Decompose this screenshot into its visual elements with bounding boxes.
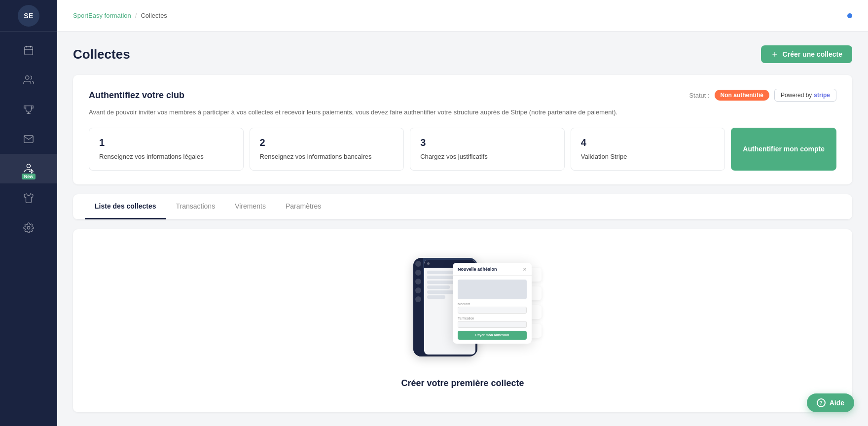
- tab-transactions[interactable]: Transactions: [166, 194, 225, 219]
- tabs-row: Liste des collectes Transactions Viremen…: [73, 194, 852, 219]
- stripe-text: stripe: [814, 92, 830, 99]
- step-2: 2 Renseignez vos informations bancaires: [250, 128, 404, 171]
- settings-icon: [23, 222, 34, 233]
- modal-header: Nouvelle adhésion ✕: [453, 263, 532, 276]
- modal-body: Montant Tarification Payer mon adhésion: [453, 276, 532, 344]
- empty-state-title: Créer votre première collecte: [401, 378, 524, 389]
- sidebar-dot-1: [415, 261, 421, 267]
- plus-icon: [771, 50, 779, 58]
- auth-card-title: Authentifiez votre club: [89, 90, 184, 101]
- help-button[interactable]: ? Aide: [807, 393, 854, 412]
- modal-pay-button: Payer mon adhésion: [458, 331, 527, 340]
- phone-header-dot: [427, 262, 430, 265]
- page-title: Collectes: [73, 47, 130, 62]
- phone-sidebar: [413, 258, 423, 356]
- step-4-label: Validation Stripe: [581, 152, 715, 161]
- auth-card-header: Authentifiez votre club Statut : Non aut…: [89, 89, 836, 102]
- sidebar-item-messages[interactable]: [0, 124, 57, 154]
- help-icon: ?: [817, 398, 826, 407]
- create-collecte-button[interactable]: Créer une collecte: [761, 45, 852, 63]
- breadcrumb-parent[interactable]: SportEasy formation: [73, 12, 131, 19]
- step-1: 1 Renseignez vos informations légales: [89, 128, 244, 171]
- sidebar-dot-2: [415, 270, 421, 276]
- svg-point-5: [27, 226, 30, 229]
- mail-icon: [23, 134, 34, 144]
- phone-line-4: [427, 285, 450, 289]
- phone-line-6: [427, 295, 445, 299]
- empty-state-section: Nouvelle adhésion ✕ Montant Tarification: [73, 229, 852, 412]
- auth-status-row: Statut : Non authentifié Powered by stri…: [689, 89, 836, 102]
- notification-dot: [847, 13, 852, 18]
- step-1-label: Renseignez vos informations légales: [99, 152, 233, 161]
- sidebar-item-calendar[interactable]: [0, 36, 57, 65]
- tab-liste-collectes[interactable]: Liste des collectes: [85, 194, 166, 219]
- header-right: [847, 13, 852, 18]
- modal-field-montant-label: Montant: [458, 302, 527, 306]
- main-content: SportEasy formation / Collectes Collecte…: [57, 0, 868, 426]
- powered-by-text: Powered by: [781, 92, 812, 99]
- phone-line-2: [427, 276, 454, 279]
- help-label: Aide: [830, 399, 844, 407]
- calendar-icon: [23, 45, 34, 56]
- sidebar-item-competitions[interactable]: [0, 95, 57, 124]
- auth-status-badge: Non authentifié: [715, 90, 769, 101]
- shirt-icon: [23, 193, 34, 204]
- modal-field-tarification-label: Tarification: [458, 317, 527, 320]
- stripe-badge: Powered by stripe: [774, 89, 836, 102]
- svg-point-4: [26, 76, 29, 79]
- breadcrumb: SportEasy formation / Collectes: [73, 12, 167, 19]
- sidebar-item-settings[interactable]: [0, 213, 57, 243]
- step-2-label: Renseignez vos informations bancaires: [260, 152, 394, 161]
- auth-description: Avant de pouvoir inviter vos membres à p…: [89, 107, 836, 118]
- auth-card: Authentifiez votre club Statut : Non aut…: [73, 75, 852, 184]
- breadcrumb-current: Collectes: [141, 12, 167, 19]
- step-1-number: 1: [99, 137, 233, 148]
- sidebar-item-collectes[interactable]: New: [0, 154, 57, 183]
- modal-field-montant-input: [458, 307, 527, 314]
- step-4: 4 Validation Stripe: [571, 128, 725, 171]
- modal-image-placeholder: [458, 280, 527, 299]
- modal-field-tarification-input: [458, 321, 527, 328]
- tab-parametres[interactable]: Paramètres: [276, 194, 331, 219]
- step-4-number: 4: [581, 137, 715, 148]
- sidebar-item-members[interactable]: [0, 65, 57, 95]
- new-badge: New: [22, 174, 36, 179]
- step-3-label: Chargez vos justificatifs: [420, 152, 554, 161]
- steps-row: 1 Renseignez vos informations légales 2 …: [89, 128, 836, 171]
- sidebar-item-shop[interactable]: [0, 183, 57, 213]
- step-2-number: 2: [260, 137, 394, 148]
- modal-title: Nouvelle adhésion: [458, 267, 497, 272]
- page-title-row: Collectes Créer une collecte: [73, 45, 852, 63]
- header: SportEasy formation / Collectes: [57, 0, 868, 32]
- auth-button[interactable]: Authentifier mon compte: [731, 128, 836, 171]
- tabs-card: Liste des collectes Transactions Viremen…: [73, 194, 852, 219]
- sidebar-dot-3: [415, 279, 421, 284]
- modal-field-montant: Montant: [458, 302, 527, 314]
- modal-close-icon: ✕: [523, 267, 527, 272]
- tab-virements[interactable]: Virements: [225, 194, 276, 219]
- auth-status-label: Statut :: [689, 92, 709, 99]
- page-content: Collectes Créer une collecte Authentifie…: [57, 32, 868, 426]
- breadcrumb-separator: /: [135, 12, 137, 19]
- step-3: 3 Chargez vos justificatifs: [410, 128, 565, 171]
- empty-illustration: Nouvelle adhésion ✕ Montant Tarification: [374, 253, 551, 366]
- svg-rect-0: [25, 47, 33, 55]
- trophy-icon: [23, 104, 34, 115]
- hand-coin-icon: [23, 163, 34, 174]
- modal-mock: Nouvelle adhésion ✕ Montant Tarification: [453, 263, 532, 344]
- sidebar-logo: SE: [0, 0, 57, 32]
- step-3-number: 3: [420, 137, 554, 148]
- logo-avatar: SE: [18, 5, 39, 27]
- sidebar-dot-4: [415, 287, 421, 293]
- group-icon: [23, 74, 34, 85]
- sidebar: SE New: [0, 0, 57, 426]
- modal-field-tarification: Tarification: [458, 317, 527, 328]
- sidebar-dot-5: [415, 296, 421, 302]
